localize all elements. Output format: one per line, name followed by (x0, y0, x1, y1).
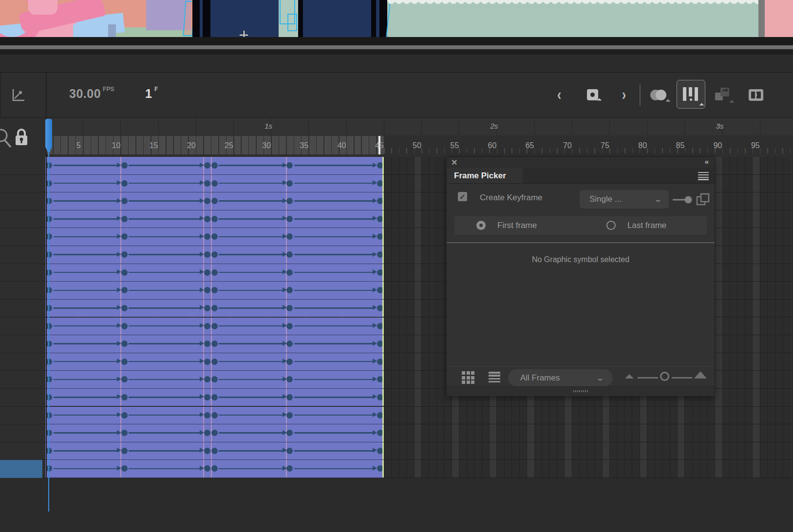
fps-value[interactable]: 30.00FPS (69, 86, 114, 101)
keyframe-dot[interactable] (204, 305, 210, 311)
timeline-row[interactable] (45, 228, 384, 246)
collapse-icon[interactable]: « (705, 157, 708, 166)
keyframe-dot[interactable] (121, 359, 128, 365)
tween-span[interactable] (45, 442, 384, 460)
keyframe-dot[interactable] (204, 341, 210, 347)
keyframe-dot[interactable] (121, 376, 128, 382)
tween-span[interactable] (45, 246, 384, 264)
current-frame-number[interactable]: 1 (145, 87, 152, 100)
keyframe-dot[interactable] (211, 394, 218, 400)
keyframe-dot[interactable] (286, 251, 293, 258)
keyframe-dot[interactable] (204, 180, 210, 187)
keyframe-dot[interactable] (204, 359, 210, 365)
keyframe-dot[interactable] (204, 269, 210, 276)
keyframe-dot[interactable] (286, 412, 293, 418)
keyframe-dot[interactable] (211, 341, 218, 347)
playhead-handle[interactable] (45, 119, 52, 154)
close-icon[interactable]: ✕ (451, 158, 457, 167)
keyframe-dot[interactable] (211, 216, 218, 222)
keyframe-dot[interactable] (211, 465, 218, 472)
keyframe-dot[interactable] (204, 287, 210, 293)
lock-layer-icon[interactable] (14, 128, 29, 147)
tween-span[interactable] (45, 264, 384, 282)
keyframe-dot[interactable] (286, 180, 293, 187)
keyframe-dot[interactable] (121, 180, 128, 187)
timeline-row[interactable] (45, 335, 384, 353)
keyframe-dot[interactable] (211, 359, 218, 365)
list-view-icon[interactable] (489, 372, 500, 384)
keyframe-dot[interactable] (286, 359, 293, 365)
keyframe-dot[interactable] (121, 251, 128, 258)
tween-span[interactable] (45, 460, 384, 478)
timeline-row[interactable] (45, 460, 384, 478)
resize-grip-icon[interactable] (573, 390, 589, 392)
keyframe-dot[interactable] (121, 198, 128, 204)
ruler-frames-band[interactable]: 5101520253035404550556065707580859095 (46, 135, 793, 155)
keyframe-mode-dropdown[interactable]: Single ... ⌄ (580, 190, 669, 209)
tween-span[interactable] (45, 300, 384, 318)
keyframe-dot[interactable] (211, 251, 218, 258)
first-frame-radio[interactable] (476, 221, 486, 230)
keyframe-dot[interactable] (121, 465, 128, 472)
keyframe-dot[interactable] (286, 448, 293, 454)
timeline-row[interactable] (45, 442, 384, 460)
scrollbar-strip[interactable] (0, 45, 793, 49)
keyframe-dot[interactable] (286, 376, 293, 382)
tween-span[interactable] (45, 228, 384, 246)
keyframe-dot[interactable] (211, 198, 218, 204)
keyframe-dot[interactable] (286, 465, 293, 472)
timeline-row[interactable] (45, 246, 384, 264)
zoom-slider-handle[interactable] (660, 372, 669, 381)
timeline-row[interactable] (45, 318, 384, 336)
onion-skin-outlines-button[interactable] (677, 80, 705, 109)
layers-column[interactable] (0, 157, 46, 478)
keyframe-dot[interactable] (286, 233, 293, 240)
keyframe-dot[interactable] (211, 233, 218, 240)
timeline-row[interactable] (45, 192, 384, 210)
keyframe-dot[interactable] (121, 162, 128, 169)
keyframe-dot[interactable] (286, 305, 293, 311)
tween-span[interactable] (45, 371, 384, 389)
keyframe-dot[interactable] (121, 448, 128, 454)
pin-icon[interactable] (672, 195, 693, 205)
keyframe-dot[interactable] (286, 323, 293, 329)
tween-span[interactable] (45, 424, 384, 442)
timeline-row[interactable] (45, 389, 384, 407)
timeline-row[interactable] (45, 210, 384, 228)
keyframe-dot[interactable] (204, 412, 210, 418)
keyframe-dot[interactable] (211, 287, 218, 293)
outline-layer-icon[interactable] (0, 127, 12, 148)
tween-span[interactable] (45, 282, 384, 300)
keyframe-dot[interactable] (286, 216, 293, 222)
timeline-row[interactable] (45, 175, 384, 193)
tween-span[interactable] (45, 157, 384, 175)
keyframe-dot[interactable] (121, 412, 128, 418)
keyframe-dot[interactable] (286, 394, 293, 400)
onion-skin-button[interactable] (648, 73, 670, 117)
create-keyframe-checkbox[interactable]: ✓ (458, 192, 467, 201)
keyframe-dot[interactable] (121, 430, 128, 436)
keyframe-dot[interactable] (211, 269, 218, 276)
duplicate-icon[interactable] (696, 193, 711, 208)
tab-frame-picker[interactable]: Frame Picker (447, 168, 523, 183)
keyframe-dot[interactable] (121, 341, 128, 347)
keyframe-dot[interactable] (204, 376, 210, 382)
timeline-row[interactable] (45, 424, 384, 442)
keyframe-dot[interactable] (211, 305, 218, 311)
keyframe-dot[interactable] (204, 198, 210, 204)
zoom-slider-track-left[interactable] (638, 377, 658, 379)
keyframe-dot[interactable] (121, 269, 128, 276)
grid-view-icon[interactable] (462, 371, 474, 384)
keyframe-dot[interactable] (286, 198, 293, 204)
keyframe-dot[interactable] (211, 376, 218, 382)
zoom-out-icon[interactable] (625, 374, 634, 379)
keyframe-dot[interactable] (204, 251, 210, 258)
tween-span[interactable] (45, 353, 384, 371)
keyframe-dot[interactable] (204, 233, 210, 240)
tween-span[interactable] (45, 407, 384, 425)
keyframe-dot[interactable] (211, 162, 218, 169)
edit-multiple-frames-button[interactable] (712, 73, 735, 117)
timeline-row[interactable] (45, 407, 384, 425)
keyframe-dot[interactable] (286, 430, 293, 436)
timeline-row[interactable] (45, 282, 384, 300)
